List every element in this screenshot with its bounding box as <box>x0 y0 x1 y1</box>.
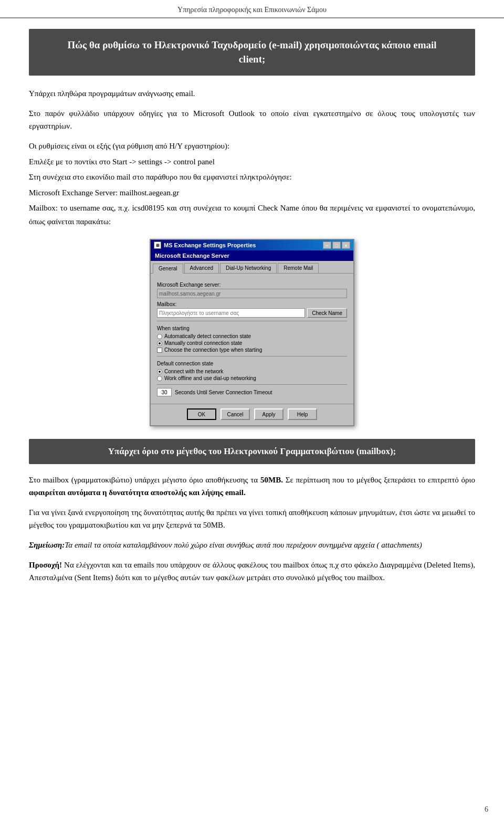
timeout-row: Seconds Until Server Connection Timeout <box>157 388 347 396</box>
server-row <box>157 289 347 298</box>
tab-dialup[interactable]: Dial-Up Networking <box>220 263 277 273</box>
ok-button[interactable]: OK <box>187 408 216 420</box>
dialog-subtitle: Microsoft Exchange Server <box>151 250 353 261</box>
radio-network-label: Connect with the network <box>164 369 223 374</box>
server-input[interactable] <box>157 289 347 298</box>
tab-advanced[interactable]: Advanced <box>184 263 219 273</box>
radio-manual: Manually control connection state <box>157 340 347 346</box>
timeout-input[interactable] <box>157 388 172 396</box>
dialog-window: ⊞ MS Exchange Settings Properties − □ × … <box>150 239 354 426</box>
inst-line-5: Mailbox: το username σας, π.χ. icsd08195… <box>29 202 475 228</box>
radio-connect-network: Connect with the network <box>157 369 347 374</box>
screenshot-container: ⊞ MS Exchange Settings Properties − □ × … <box>29 239 475 426</box>
instructions-block: Οι ρυθμίσεις είναι οι εξής (για ρύθμιση … <box>29 140 475 228</box>
main-content: Πώς θα ρυθμίσω το Ηλεκτρονικό Ταχυδρομεί… <box>0 18 504 612</box>
radio-network-icon[interactable] <box>157 369 162 374</box>
tab-remotemail[interactable]: Remote Mail <box>278 263 319 273</box>
dialog-title-area: ⊞ MS Exchange Settings Properties <box>154 242 256 249</box>
title-box: Πώς θα ρυθμίσω το Ηλεκτρονικό Ταχυδρομεί… <box>29 29 475 76</box>
radio-auto: Automatically detect connection state <box>157 333 347 339</box>
timeout-label: Seconds Until Server Connection Timeout <box>175 390 272 395</box>
inst-line-3: Στη συνέχεια στο εικονίδιο mail στο παρά… <box>29 171 475 184</box>
paragraph-1: Υπάρχει πληθώρα προγραμμάτων ανάγνωσης e… <box>29 87 475 100</box>
title-text: Πώς θα ρυθμίσω το Ηλεκτρονικό Ταχυδρομεί… <box>45 38 459 66</box>
dialog-footer: OK Cancel Apply Help <box>151 404 353 425</box>
radio-auto-icon[interactable] <box>157 334 162 339</box>
apply-button[interactable]: Apply <box>254 408 284 420</box>
inst-line-1: Οι ρυθμίσεις είναι οι εξής (για ρύθμιση … <box>29 140 475 153</box>
dialog-icon: ⊞ <box>154 242 161 249</box>
dialog-body: Microsoft Exchange server: Mailbox: Chec… <box>151 274 353 404</box>
maximize-button[interactable]: □ <box>332 242 341 249</box>
page-number: 6 <box>485 805 488 814</box>
radio-auto-label: Automatically detect connection state <box>164 333 251 339</box>
body-para-2: Για να γίνει ξανά ενεργοποίηση της δυνατ… <box>29 506 475 531</box>
highlight-box: Υπάρχει όριο στο μέγεθος του Ηλεκτρονικο… <box>29 439 475 464</box>
checkbox-icon[interactable] <box>157 348 162 353</box>
close-button[interactable]: × <box>342 242 350 249</box>
dialog-title-text: MS Exchange Settings Properties <box>164 242 256 248</box>
server-label: Microsoft Exchange server: <box>157 282 347 288</box>
inst-line-4: Microsoft Exchange Server: mailhost.aege… <box>29 186 475 200</box>
radio-work-offline: Work offline and use dial-up networking <box>157 375 347 381</box>
titlebar-buttons: − □ × <box>323 242 350 249</box>
cancel-button[interactable]: Cancel <box>220 408 250 420</box>
divider-3 <box>157 384 347 385</box>
radio-manual-icon[interactable] <box>157 341 162 346</box>
mailbox-row: Check Name <box>157 308 347 318</box>
body-para-1: Στο mailbox (γραμματοκιβώτιο) υπάρχει μέ… <box>29 474 475 499</box>
default-connection-label: Default connection state <box>157 361 347 366</box>
tab-general[interactable]: General <box>153 264 183 274</box>
mailbox-label: Mailbox: <box>157 301 347 307</box>
mailbox-input[interactable] <box>157 308 305 318</box>
highlight-text: Υπάρχει όριο στο μέγεθος του Ηλεκτρονικο… <box>39 446 465 457</box>
note-paragraph: Σημείωση:Τα email τα οποία καταλαμβάνουν… <box>29 539 475 551</box>
dialog-tabs: General Advanced Dial-Up Networking Remo… <box>151 261 353 274</box>
divider-1 <box>157 321 347 321</box>
dialog-titlebar: ⊞ MS Exchange Settings Properties − □ × <box>151 240 353 250</box>
divider-2 <box>157 356 347 356</box>
minimize-button[interactable]: − <box>323 242 331 249</box>
paragraph-2: Στο παρόν φυλλάδιο υπάρχουν οδηγίες για … <box>29 107 475 132</box>
radio-offline-label: Work offline and use dial-up networking <box>164 375 256 381</box>
check-name-button[interactable]: Check Name <box>307 308 347 318</box>
help-button[interactable]: Help <box>288 408 317 420</box>
checkbox-connection-type: Choose the connection type when starting <box>157 347 347 353</box>
radio-offline-icon[interactable] <box>157 376 162 381</box>
header-title: Υπηρεσία πληροφορικής και Επικοινωνιών Σ… <box>177 6 327 14</box>
warning-paragraph: Προσοχή! Να ελέγχονται και τα emails που… <box>29 559 475 584</box>
radio-manual-label: Manually control connection state <box>164 340 242 346</box>
when-starting-label: When starting <box>157 326 347 331</box>
page-header: Υπηρεσία πληροφορικής και Επικοινωνιών Σ… <box>0 0 504 18</box>
inst-line-2: Επιλέξε με το ποντίκι στο Start -> setti… <box>29 155 475 169</box>
checkbox-label: Choose the connection type when starting <box>164 347 262 353</box>
